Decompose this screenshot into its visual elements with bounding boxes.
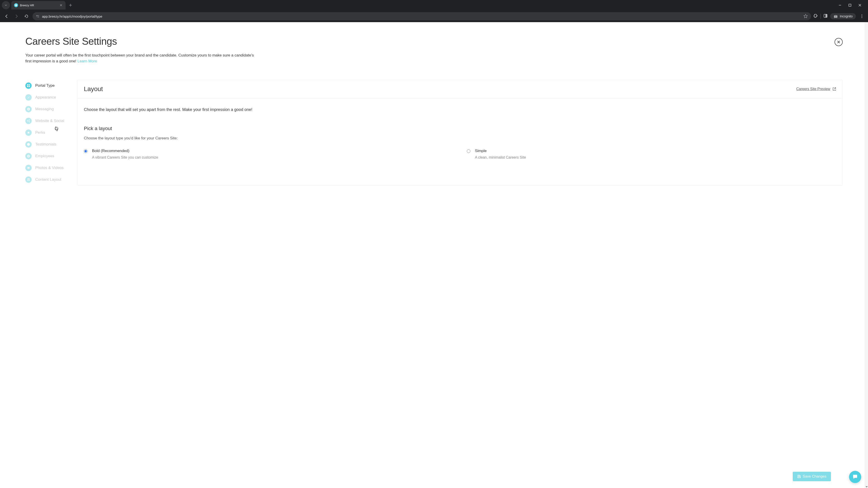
option-desc: A vibrant Careers Site you can customize [92, 156, 158, 160]
extensions-button[interactable] [813, 13, 818, 19]
employees-icon [25, 153, 32, 159]
page-title: Careers Site Settings [25, 36, 843, 47]
nav-item-label: Website & Social [35, 119, 64, 123]
svg-rect-1 [849, 4, 851, 6]
radio-bold[interactable] [84, 149, 88, 153]
browser-tab[interactable]: Breezy HR [11, 1, 66, 9]
quote-icon: " [25, 141, 32, 148]
settings-container: Portal Type Appearance Messaging Website… [25, 80, 843, 186]
incognito-icon [833, 14, 838, 18]
chevron-down-icon [4, 4, 7, 6]
svg-point-18 [29, 121, 30, 122]
external-link-icon [833, 87, 836, 91]
nav-perks[interactable]: Perks [25, 127, 77, 138]
close-icon [60, 4, 62, 6]
subtitle-text: Your career portal will often be the fir… [25, 53, 254, 63]
arrow-left-icon [4, 14, 9, 19]
svg-point-2 [37, 15, 37, 16]
svg-rect-26 [29, 180, 30, 181]
tab-title: Breezy HR [20, 4, 57, 7]
svg-rect-24 [27, 178, 30, 179]
nav-testimonials[interactable]: " Testimonials [25, 138, 77, 150]
address-bar-row: app.breezy.hr/app/c/moodjoy/portal/type … [0, 10, 868, 22]
url-text: app.breezy.hr/app/c/moodjoy/portal/type [42, 14, 801, 18]
svg-point-17 [29, 120, 30, 121]
star-icon [25, 129, 32, 136]
app-content: Careers Site Settings Your career portal… [0, 22, 868, 488]
layout-options: Bold (Recommended) A vibrant Careers Sit… [84, 149, 836, 160]
dots-vertical-icon [862, 14, 862, 18]
svg-rect-5 [826, 14, 827, 18]
reload-button[interactable] [23, 12, 30, 20]
toolbar-right: Incognito [813, 13, 865, 20]
bookmark-button[interactable] [803, 14, 808, 19]
nav-item-label: Content Layout [35, 177, 61, 182]
settings-nav: Portal Type Appearance Messaging Website… [25, 80, 77, 186]
grid-icon [25, 83, 32, 89]
nav-portal-type[interactable]: Portal Type [25, 80, 77, 92]
nav-item-label: Perks [35, 130, 45, 135]
side-panel-button[interactable] [824, 14, 828, 19]
arrow-right-icon [14, 14, 19, 19]
share-icon [25, 118, 32, 124]
star-icon [803, 14, 808, 18]
layout-icon [25, 176, 32, 183]
nav-item-label: Photos & Videos [35, 166, 64, 170]
main-panel: Layout Careers Site Preview Choose the l… [77, 80, 843, 186]
layout-option-bold[interactable]: Bold (Recommended) A vibrant Careers Sit… [84, 149, 453, 160]
maximize-button[interactable] [847, 2, 852, 8]
svg-point-10 [862, 18, 862, 18]
sidepanel-icon [824, 14, 828, 18]
nav-website-social[interactable]: Website & Social [25, 115, 77, 127]
url-bar[interactable]: app.breezy.hr/app/c/moodjoy/portal/type [33, 12, 811, 20]
nav-photos-videos[interactable]: Photos & Videos [25, 162, 77, 174]
nav-back-button[interactable] [3, 12, 10, 20]
save-changes-button[interactable]: Save Changes [793, 472, 831, 481]
maximize-icon [848, 4, 851, 6]
panel-header: Layout Careers Site Preview [78, 80, 842, 98]
chat-widget-button[interactable] [849, 471, 861, 483]
toolbar-divider [820, 14, 821, 19]
new-tab-button[interactable] [67, 2, 74, 8]
panel-description: Choose the layout that will set you apar… [84, 107, 836, 112]
tab-close-button[interactable] [59, 3, 63, 7]
panel-title: Layout [84, 86, 103, 93]
nav-employees[interactable]: Employees [25, 150, 77, 162]
svg-rect-12 [29, 84, 30, 86]
svg-rect-13 [27, 86, 28, 87]
browser-menu-button[interactable] [859, 13, 865, 20]
play-icon [25, 106, 32, 112]
tab-search-dropdown[interactable] [2, 1, 10, 9]
nav-appearance[interactable]: Appearance [25, 92, 77, 103]
svg-point-8 [862, 15, 862, 15]
incognito-badge[interactable]: Incognito [830, 13, 856, 20]
section-subtitle: Choose the layout type you'd like for yo… [84, 136, 836, 140]
nav-item-label: Appearance [35, 95, 56, 100]
plus-icon [69, 4, 72, 7]
nav-content-layout[interactable]: Content Layout [25, 174, 77, 186]
minimize-button[interactable] [837, 2, 843, 8]
image-icon [25, 165, 32, 171]
learn-more-link[interactable]: Learn More [78, 59, 97, 63]
window-close-button[interactable] [857, 2, 863, 8]
layout-option-simple[interactable]: Simple A clean, minimalist Careers Site [467, 149, 836, 160]
page-scrollbar[interactable] [865, 22, 868, 488]
tab-bar: Breezy HR [0, 0, 868, 10]
nav-item-label: Portal Type [35, 84, 55, 88]
chat-icon [852, 474, 858, 480]
save-label: Save Changes [803, 475, 827, 479]
nav-messaging[interactable]: Messaging [25, 103, 77, 115]
radio-simple[interactable] [467, 149, 470, 153]
svg-text:": " [28, 143, 29, 145]
page-header: Careers Site Settings Your career portal… [25, 36, 843, 64]
site-settings-icon[interactable] [36, 14, 40, 18]
nav-forward-button[interactable] [13, 12, 20, 20]
nav-item-label: Messaging [35, 107, 54, 111]
favicon-icon [14, 3, 18, 7]
careers-site-preview-link[interactable]: Careers Site Preview [796, 87, 836, 91]
close-icon [858, 4, 862, 7]
svg-rect-25 [27, 180, 28, 181]
close-settings-button[interactable] [835, 38, 843, 46]
nav-item-label: Testimonials [35, 142, 57, 147]
scroll-arrow-down-icon [866, 486, 868, 488]
